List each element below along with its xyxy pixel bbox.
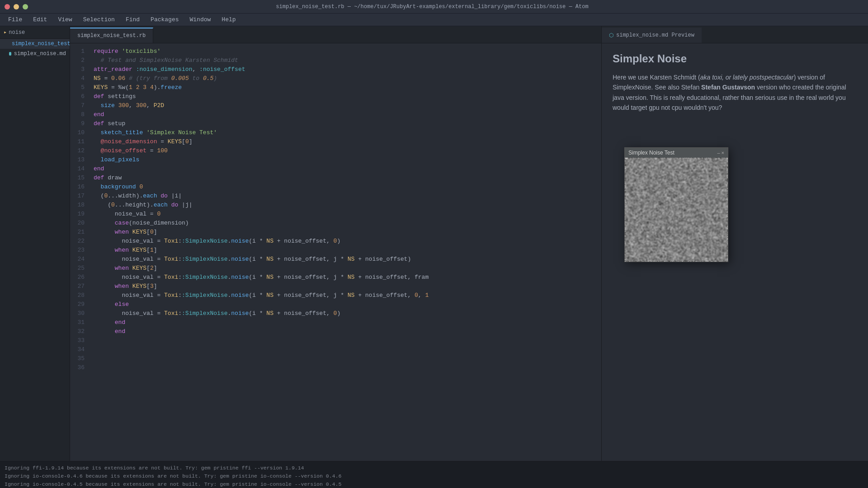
preview-body: Here we use Karsten Schmidt (aka toxi, o… <box>613 72 857 113</box>
preview-content: Simplex Noise Here we use Karsten Schmid… <box>602 43 868 461</box>
menu-file[interactable]: File <box>4 15 27 24</box>
preview-tab[interactable]: ⬡ simplex_noise.md Preview <box>602 28 702 43</box>
editor-tab-bar: simplex_noise_test.rb <box>70 26 601 43</box>
minimize-button[interactable] <box>14 4 19 9</box>
sidebar: ▸ noise simplex_noise_test.rb simplex_no… <box>0 26 70 461</box>
menu-edit[interactable]: Edit <box>28 15 52 24</box>
editor-tab-rb[interactable]: simplex_noise_test.rb <box>70 28 153 43</box>
maximize-button[interactable] <box>23 4 28 9</box>
project-label: noise <box>9 29 25 36</box>
menu-packages[interactable]: Packages <box>146 15 183 24</box>
menu-bar: File Edit View Selection Find Packages W… <box>0 14 868 26</box>
menu-selection[interactable]: Selection <box>79 15 119 24</box>
noise-controls[interactable]: – × <box>717 150 724 155</box>
preview-pane: ⬡ simplex_noise.md Preview Simplex Noise… <box>601 26 868 461</box>
terminal[interactable]: Ignoring ffi-1.9.14 because its extensio… <box>0 461 868 488</box>
noise-window-title: Simplex Noise Test <box>628 150 675 156</box>
title-bar: simplex_noise_test.rb — ~/home/tux/JRuby… <box>0 0 868 14</box>
file-icon-md <box>9 52 11 56</box>
editor-area: simplex_noise_test.rb 123456789101112131… <box>70 26 601 461</box>
window-title: simplex_noise_test.rb — ~/home/tux/JRuby… <box>28 4 836 10</box>
noise-titlebar: Simplex Noise Test – × <box>625 148 728 158</box>
sidebar-item-rb[interactable]: simplex_noise_test.rb <box>0 39 70 49</box>
folder-icon: ▸ <box>4 29 7 36</box>
sidebar-filename-md: simplex_noise.md <box>14 51 66 57</box>
close-button[interactable] <box>5 4 10 9</box>
menu-window[interactable]: Window <box>185 15 216 24</box>
window-controls[interactable] <box>5 4 28 9</box>
editor-content: 1234567891011121314151617181920212223242… <box>70 43 601 461</box>
menu-view[interactable]: View <box>53 15 76 24</box>
line-numbers: 1234567891011121314151617181920212223242… <box>70 43 88 461</box>
preview-title: Simplex Noise <box>613 52 857 65</box>
menu-find[interactable]: Find <box>121 15 144 24</box>
noise-window: Simplex Noise Test – × <box>624 147 728 262</box>
noise-canvas <box>625 158 728 262</box>
preview-tab-label: simplex_noise.md Preview <box>616 32 694 38</box>
sidebar-item-md[interactable]: simplex_noise.md <box>0 49 70 59</box>
code-area[interactable]: require 'toxiclibs' # Test and SimplexNo… <box>88 43 601 461</box>
preview-tab-bar: ⬡ simplex_noise.md Preview <box>602 26 868 43</box>
editor-tab-label: simplex_noise_test.rb <box>77 33 146 39</box>
main-layout: ▸ noise simplex_noise_test.rb simplex_no… <box>0 26 868 461</box>
menu-help[interactable]: Help <box>217 15 240 24</box>
sidebar-project: ▸ noise <box>0 26 70 39</box>
